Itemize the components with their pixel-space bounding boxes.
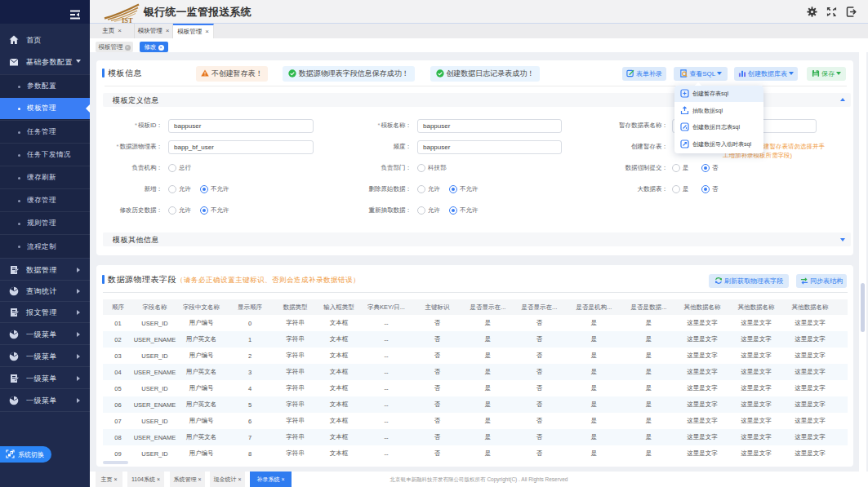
svg-text:IST: IST — [122, 16, 133, 24]
